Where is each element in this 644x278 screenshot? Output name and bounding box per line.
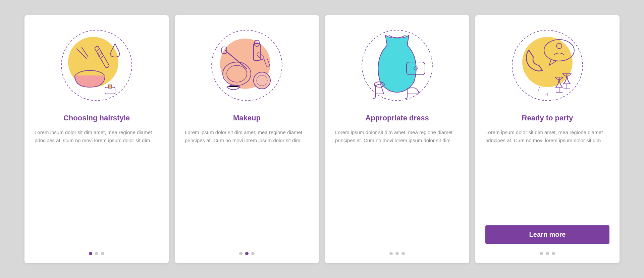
svg-text:♪: ♪ [537, 85, 541, 92]
party-title: Ready to party [522, 114, 573, 122]
dot-2[interactable] [95, 252, 98, 255]
makeup-title: Makeup [233, 114, 261, 122]
card-hairstyle: Choosing hairstyle Lorem ipsum dolor sit… [24, 15, 169, 263]
svg-rect-9 [108, 85, 112, 88]
dress-dots [389, 252, 405, 255]
svg-point-26 [522, 37, 573, 87]
dot-2[interactable] [546, 252, 549, 255]
card-party: ♪ ♫ Ready to party Lorem ipsum dolor sit… [475, 15, 620, 263]
hairstyle-illustration [56, 25, 137, 106]
dot-2[interactable] [395, 252, 399, 255]
learn-more-button[interactable]: Learn more [485, 225, 609, 244]
dress-body: Lorem ipsum dolor sit dim amet, mea regi… [335, 128, 459, 244]
dress-illustration [357, 25, 437, 106]
makeup-illustration [207, 25, 287, 106]
dress-title: Appropriate dress [365, 114, 429, 122]
hairstyle-title: Choosing hairstyle [63, 114, 130, 122]
svg-point-16 [254, 72, 270, 89]
svg-text:♫: ♫ [545, 91, 548, 97]
dot-2[interactable] [245, 252, 249, 255]
dot-1[interactable] [540, 252, 543, 255]
hairstyle-dots [89, 252, 104, 255]
dot-3[interactable] [251, 252, 255, 255]
dot-3[interactable] [101, 252, 104, 255]
dot-3[interactable] [552, 252, 555, 255]
party-illustration: ♪ ♫ [507, 25, 588, 106]
card-dress: Appropriate dress Lorem ipsum dolor sit … [325, 15, 469, 263]
dot-1[interactable] [239, 252, 243, 255]
dot-1[interactable] [89, 252, 92, 255]
party-body: Lorem ipsum dolor sit dim amet, mea regi… [485, 128, 609, 220]
dot-1[interactable] [389, 252, 393, 255]
makeup-body: Lorem ipsum dolor sit dim amet, mea regi… [185, 128, 309, 244]
hairstyle-body: Lorem ipsum dolor sit dim amet, mea regi… [35, 128, 159, 244]
dot-3[interactable] [401, 252, 405, 255]
makeup-dots [239, 252, 255, 255]
cards-container: Choosing hairstyle Lorem ipsum dolor sit… [11, 2, 633, 277]
party-dots [540, 252, 555, 255]
card-makeup: Makeup Lorem ipsum dolor sit dim amet, m… [175, 15, 319, 263]
